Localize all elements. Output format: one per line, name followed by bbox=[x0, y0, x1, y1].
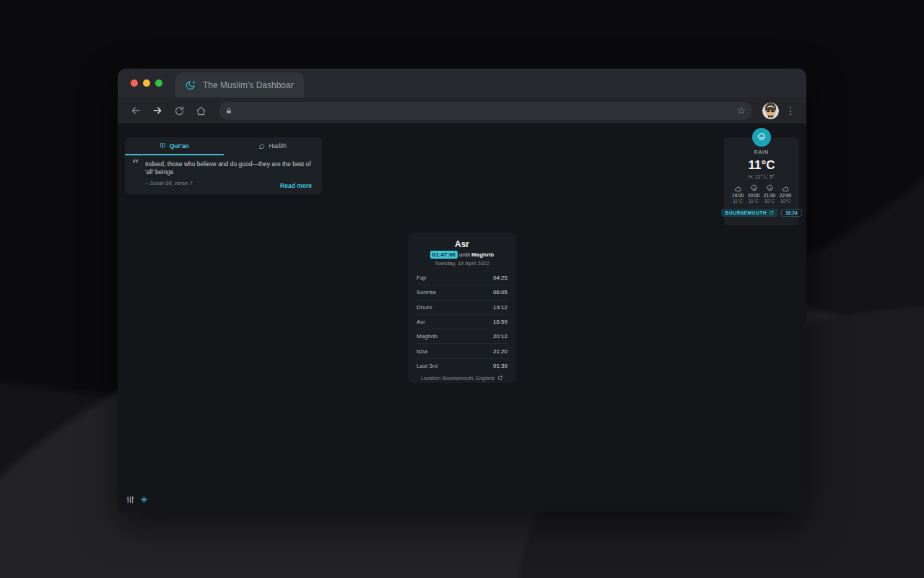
rain-cloud-icon bbox=[766, 184, 774, 192]
chat-icon bbox=[258, 143, 265, 150]
maximize-window-button[interactable] bbox=[155, 79, 162, 87]
weather-clock: 18:24 bbox=[785, 210, 798, 215]
home-icon[interactable] bbox=[193, 103, 209, 118]
prayer-time: 21:20 bbox=[493, 348, 507, 355]
quote-mark-icon: “ bbox=[132, 157, 139, 171]
prayer-row: Isha 21:20 bbox=[417, 344, 507, 358]
address-bar[interactable]: ☆ bbox=[219, 102, 752, 120]
prayer-name: Maghrib bbox=[417, 333, 437, 340]
next-prayer: Maghrib bbox=[471, 251, 494, 258]
prayer-row: Sunrise 06:05 bbox=[417, 285, 507, 300]
prayer-row: Last 3rd 01:39 bbox=[417, 359, 507, 374]
back-icon[interactable] bbox=[128, 103, 144, 118]
crescent-moon-icon bbox=[186, 79, 196, 90]
weather-hourly-forecast: 19:00 11°C 20:00 11°C 21:00 10°C bbox=[724, 184, 799, 204]
weather-location-label: BOURNEMOUTH bbox=[725, 210, 767, 215]
weather-footer: BOURNEMOUTH 18:24 bbox=[724, 209, 799, 217]
countdown-timer: 01:47:06 bbox=[430, 251, 458, 259]
prayer-time: 20:12 bbox=[493, 333, 507, 340]
browser-titlebar: The Muslim's Dashboard bbox=[118, 69, 806, 98]
weather-temperature: 11°C bbox=[724, 158, 799, 173]
sliders-icon[interactable] bbox=[126, 496, 134, 504]
kebab-menu-icon[interactable]: ⋮ bbox=[785, 105, 796, 116]
weather-widget: RAIN 11°C H: 12° L: 5° 19:00 11°C 20:00 … bbox=[724, 137, 799, 225]
hourly-forecast-item: 21:00 10°C bbox=[762, 184, 777, 204]
minimize-window-button[interactable] bbox=[143, 79, 150, 87]
prayer-row: Maghrib 20:12 bbox=[417, 329, 507, 344]
prayer-time: 01:39 bbox=[493, 363, 507, 369]
prayer-name: Sunrise bbox=[417, 289, 436, 296]
browser-toolbar: ☆ ⋮ bbox=[118, 98, 806, 124]
refresh-icon[interactable] bbox=[769, 210, 774, 215]
browser-tab[interactable]: The Muslim's Dashboard bbox=[175, 72, 304, 98]
hourly-forecast-item: 22:00 10°C bbox=[777, 184, 793, 204]
page-tools bbox=[126, 496, 147, 504]
prayer-location-label: Location: Bournemouth, England bbox=[421, 376, 494, 381]
prayer-time: 06:05 bbox=[493, 289, 507, 296]
book-icon bbox=[160, 142, 166, 149]
prayer-row: Fajr 04:25 bbox=[417, 271, 507, 285]
hour-temp: 10°C bbox=[764, 199, 775, 204]
prayer-row: Asr 16:59 bbox=[417, 315, 507, 329]
prayer-time: 16:59 bbox=[493, 319, 507, 325]
rain-cloud-icon bbox=[750, 184, 758, 192]
tab-quran-label: Qur'an bbox=[170, 142, 189, 150]
prayer-times-card: Asr 01:47:06 until Maghrib Tuesday, 19 A… bbox=[408, 233, 516, 383]
refresh-icon[interactable] bbox=[171, 103, 187, 118]
prayer-name: Dhuhr bbox=[417, 304, 432, 311]
refresh-icon[interactable] bbox=[497, 375, 503, 381]
hour-time: 21:00 bbox=[764, 193, 775, 198]
forward-icon[interactable] bbox=[149, 103, 165, 118]
close-window-button[interactable] bbox=[131, 79, 138, 87]
dashboard-page: Qur'an Hadith “ Indeed, those who believ… bbox=[118, 124, 806, 512]
hourly-forecast-item: 20:00 11°C bbox=[746, 184, 762, 204]
countdown-until-label: until bbox=[459, 251, 470, 258]
hour-temp: 11°C bbox=[749, 199, 759, 204]
current-prayer: Asr bbox=[417, 239, 507, 249]
traffic-lights bbox=[131, 69, 162, 98]
prayer-countdown-line: 01:47:06 until Maghrib bbox=[417, 251, 507, 258]
prayer-name: Asr bbox=[417, 319, 425, 325]
cloud-icon bbox=[734, 184, 742, 192]
prayer-name: Isha bbox=[417, 348, 427, 355]
prayer-name: Fajr bbox=[417, 275, 427, 281]
prayer-row: Dhuhr 13:12 bbox=[417, 301, 507, 315]
tab-hadith[interactable]: Hadith bbox=[224, 137, 323, 155]
prayer-time: 04:25 bbox=[493, 275, 507, 281]
prayer-name: Last 3rd bbox=[417, 363, 437, 369]
hourly-forecast-item: 19:00 11°C bbox=[730, 184, 746, 204]
rain-cloud-icon bbox=[757, 132, 767, 142]
browser-window: The Muslim's Dashboard ☆ bbox=[118, 69, 806, 512]
tab-quran[interactable]: Qur'an bbox=[125, 137, 224, 155]
hour-time: 20:00 bbox=[748, 193, 759, 198]
weather-condition-label: RAIN bbox=[724, 150, 799, 155]
read-more-link[interactable]: Read more bbox=[280, 182, 312, 189]
quote-card-tabs: Qur'an Hadith bbox=[125, 137, 322, 155]
weather-clock-badge: 18:24 bbox=[781, 209, 802, 217]
weather-high-low: H: 12° L: 5° bbox=[724, 174, 799, 179]
tab-title: The Muslim's Dashboard bbox=[203, 80, 294, 90]
hour-temp: 11°C bbox=[733, 199, 743, 204]
quote-card: Qur'an Hadith “ Indeed, those who believ… bbox=[125, 137, 322, 194]
hour-time: 19:00 bbox=[732, 193, 744, 198]
bookmark-star-icon[interactable]: ☆ bbox=[736, 105, 746, 116]
prayer-times-list: Fajr 04:25 Sunrise 06:05 Dhuhr 13:12 Asr… bbox=[417, 271, 507, 374]
prayer-location-line: Location: Bournemouth, England bbox=[417, 375, 507, 381]
quote-text: Indeed, those who believe and do good—th… bbox=[145, 160, 313, 176]
tab-hadith-label: Hadith bbox=[269, 142, 287, 150]
lock-icon bbox=[225, 107, 232, 115]
theme-gear-icon[interactable] bbox=[141, 496, 147, 503]
prayer-time: 13:12 bbox=[493, 304, 507, 311]
profile-avatar[interactable] bbox=[762, 103, 779, 119]
weather-condition-bubble bbox=[752, 128, 771, 147]
quote-body: “ Indeed, those who believe and do good—… bbox=[125, 155, 322, 194]
prayer-date: Tuesday, 19 April 2022 bbox=[417, 260, 507, 267]
weather-location-badge[interactable]: BOURNEMOUTH bbox=[721, 209, 777, 217]
hour-temp: 10°C bbox=[780, 199, 791, 204]
cloud-icon bbox=[782, 184, 790, 192]
hour-time: 22:00 bbox=[780, 193, 791, 198]
